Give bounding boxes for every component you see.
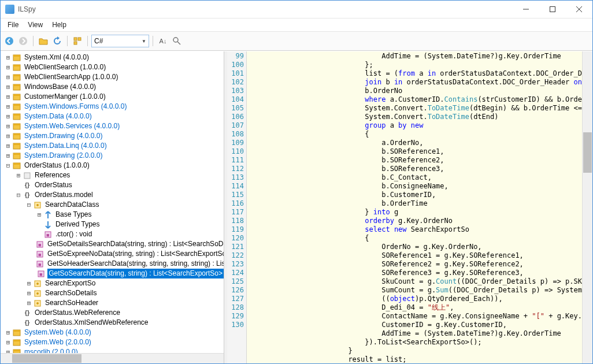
tree-expander[interactable]: ⊞ bbox=[4, 72, 12, 82]
tree-node[interactable]: ⊞WebClientSearch (1.0.0.0) bbox=[2, 62, 224, 72]
tree-node[interactable]: ⊞System.Windows.Forms (4.0.0.0) bbox=[2, 102, 224, 112]
tree-node[interactable]: ⊟{}OrderStatus.model bbox=[2, 190, 224, 200]
gutter-line: 108 bbox=[227, 130, 244, 139]
scroll-thumb[interactable] bbox=[12, 354, 81, 363]
tree-node[interactable]: ⊞WindowsBase (4.0.0.0) bbox=[2, 82, 224, 92]
code-pane: 9910010110210310410510610710810911011111… bbox=[227, 51, 592, 363]
search-button[interactable] bbox=[171, 35, 183, 47]
separator bbox=[33, 36, 34, 46]
code-line: SOReference2 = g.Key.SOReference2, bbox=[248, 260, 582, 269]
code-v-scrollbar[interactable] bbox=[582, 51, 592, 363]
tree-expander[interactable]: ⊞ bbox=[4, 62, 12, 72]
menu-file[interactable]: File bbox=[3, 20, 23, 30]
tree-expander[interactable]: ⊟ bbox=[14, 190, 23, 200]
tree-node[interactable]: ⊞System.Drawing (4.0.0.0) bbox=[2, 131, 224, 141]
tree-node[interactable]: ■GetSoDetailsSearchData(string, string) … bbox=[2, 239, 224, 249]
sort-button[interactable]: A↓ bbox=[157, 35, 169, 47]
code-view[interactable]: AddTime = (System.DateTime?)g.Key.OrderT… bbox=[247, 51, 582, 363]
tree-node[interactable]: ⊞mscorlib (2.0.0.0) bbox=[2, 347, 224, 353]
tree-expander[interactable]: ⊞ bbox=[25, 278, 33, 288]
tree-node[interactable]: ⊞System.Web.Services (4.0.0.0) bbox=[2, 121, 224, 131]
tree-node[interactable]: {}OrderStatus.XmlSendWebReference bbox=[2, 318, 224, 328]
assemblies-button[interactable] bbox=[71, 35, 84, 47]
close-button[interactable] bbox=[566, 1, 592, 18]
tree-expander[interactable]: ⊞ bbox=[4, 151, 12, 161]
tree-expander[interactable]: ⊞ bbox=[4, 92, 12, 102]
tree-node[interactable]: ⊞SearchExportSo bbox=[2, 278, 224, 288]
svg-rect-28 bbox=[13, 133, 20, 135]
asm-icon bbox=[12, 142, 21, 151]
tree-node[interactable]: ⊞System.Data.Linq (4.0.0.0) bbox=[2, 141, 224, 151]
tree-node[interactable]: {}OrderStatus.WebReference bbox=[2, 308, 224, 318]
assembly-tree[interactable]: ⊞System.Xml (4.0.0.0)⊞WebClientSearch (1… bbox=[1, 51, 224, 353]
tree-expander[interactable]: ⊞ bbox=[25, 288, 33, 298]
menu-view[interactable]: View bbox=[23, 20, 47, 30]
tree-node[interactable]: ■GetSoSearchData(string, string) : List<… bbox=[2, 269, 224, 278]
tree-node[interactable]: ⊞SearchSoHeader bbox=[2, 298, 224, 308]
tree-label: SearchDataClass bbox=[44, 200, 100, 210]
tree-node[interactable]: ⊞System.Web (2.0.0.0) bbox=[2, 337, 224, 347]
tree-node[interactable]: ⊟SearchDataClass bbox=[2, 200, 224, 210]
asm-icon bbox=[12, 63, 21, 72]
tree-node[interactable]: ⊞System.Xml (4.0.0.0) bbox=[2, 53, 224, 62]
nav-forward-button[interactable] bbox=[17, 35, 29, 47]
tree-expander[interactable]: ⊞ bbox=[4, 337, 12, 347]
tree-node[interactable]: ■GetSoExpreeNoData(string, string) : Lis… bbox=[2, 249, 224, 259]
svg-rect-6 bbox=[74, 38, 77, 40]
maximize-button[interactable] bbox=[539, 1, 566, 18]
tree-node[interactable]: Derived Types bbox=[2, 220, 224, 229]
tree-node[interactable]: ⊞References bbox=[2, 170, 224, 180]
tree-node[interactable]: ⊞System.Web (4.0.0.0) bbox=[2, 328, 224, 337]
tree-expander[interactable]: ⊟ bbox=[25, 200, 33, 210]
scroll-thumb[interactable] bbox=[583, 132, 592, 173]
tree-node[interactable]: ⊟OrderStatus (1.0.0.0) bbox=[2, 161, 224, 170]
tree-expander[interactable]: ⊞ bbox=[4, 141, 12, 151]
tree-node[interactable]: ⊞System.Drawing (2.0.0.0) bbox=[2, 151, 224, 161]
tree-node[interactable]: ⊞SearchSoDetails bbox=[2, 288, 224, 298]
code-line: b.C_Contact, bbox=[248, 173, 582, 182]
minimize-button[interactable] bbox=[513, 1, 539, 18]
gutter-line: 104 bbox=[227, 95, 244, 104]
code-line: { bbox=[248, 234, 582, 243]
tree-expander[interactable]: ⊞ bbox=[4, 328, 12, 337]
svg-rect-1 bbox=[550, 7, 555, 12]
app-window: ILSpy File View Help C#▼ A↓ ⊞System.Xml … bbox=[0, 0, 593, 364]
svg-rect-26 bbox=[13, 124, 20, 125]
tree-node[interactable]: ■GetSoHeaderSearchData(string, string, s… bbox=[2, 259, 224, 269]
tree-node[interactable]: ⊞WebClientSearchApp (1.0.0.0) bbox=[2, 72, 224, 82]
tree-expander[interactable]: ⊞ bbox=[14, 170, 23, 180]
assembly-tree-pane: ⊞System.Xml (4.0.0.0)⊞WebClientSearch (1… bbox=[1, 51, 224, 363]
tree-expander[interactable]: ⊞ bbox=[4, 121, 12, 131]
gutter-line: 107 bbox=[227, 121, 244, 130]
svg-point-37 bbox=[36, 204, 39, 206]
tree-expander[interactable]: ⊞ bbox=[35, 210, 43, 220]
open-button[interactable] bbox=[37, 35, 50, 47]
tree-expander[interactable]: ⊞ bbox=[4, 112, 12, 121]
tree-expander[interactable]: ⊞ bbox=[4, 102, 12, 112]
menu-help[interactable]: Help bbox=[47, 20, 71, 30]
code-line: a.OrderNo, bbox=[248, 139, 582, 147]
tree-node[interactable]: ⊞CustomerManger (1.0.0.0) bbox=[2, 92, 224, 102]
tree-expander[interactable]: ⊞ bbox=[4, 82, 12, 92]
tree-node[interactable]: ⊞System.Data (4.0.0.0) bbox=[2, 112, 224, 121]
code-line: System.Convert.ToDateTime(dtBegin) && b.… bbox=[248, 104, 582, 113]
tree-node[interactable]: ■.ctor() : void bbox=[2, 229, 224, 239]
tree-h-scrollbar[interactable] bbox=[1, 353, 224, 363]
tree-label: OrderStatus (1.0.0.0) bbox=[23, 161, 91, 170]
nav-back-button[interactable] bbox=[3, 35, 16, 47]
tree-node[interactable]: ⊞Base Types bbox=[2, 210, 224, 220]
tree-expander[interactable]: ⊟ bbox=[4, 161, 12, 170]
tree-node[interactable]: {}OrderStatus bbox=[2, 180, 224, 190]
svg-rect-32 bbox=[13, 153, 20, 155]
refresh-button[interactable] bbox=[51, 35, 64, 47]
language-combo[interactable]: C#▼ bbox=[91, 35, 149, 47]
m-icon: ■ bbox=[35, 250, 45, 259]
svg-rect-35 bbox=[24, 173, 30, 179]
tree-expander[interactable]: ⊞ bbox=[4, 347, 12, 353]
tree-expander[interactable]: ⊞ bbox=[25, 298, 33, 308]
tree-expander[interactable]: ⊞ bbox=[4, 131, 12, 141]
tree-expander[interactable]: ⊞ bbox=[4, 53, 12, 62]
asm-icon bbox=[12, 328, 21, 337]
code-line: list = (from a in orderStatusDataContext… bbox=[248, 69, 582, 78]
svg-point-53 bbox=[36, 302, 39, 304]
